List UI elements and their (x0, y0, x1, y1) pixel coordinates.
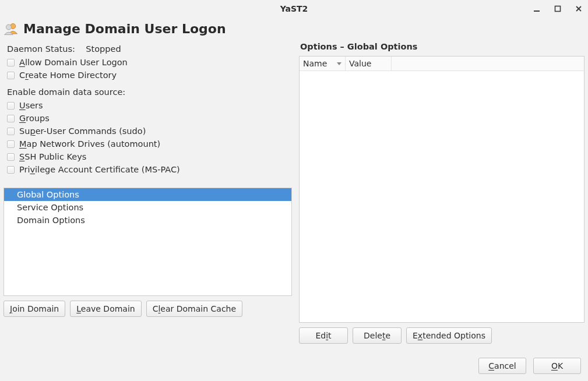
daemon-status: Daemon Status: Stopped (3, 42, 292, 56)
col-header-value[interactable]: Value (346, 57, 392, 70)
checkbox-create-home-input[interactable] (7, 72, 15, 79)
checkbox-sudo-label: Super-User Commands (sudo) (19, 126, 146, 136)
checkbox-allow-logon-input[interactable] (7, 59, 15, 66)
table-body (300, 71, 584, 322)
options-item-service[interactable]: Service Options (4, 201, 291, 214)
options-item-label: Global Options (17, 190, 79, 199)
checkbox-pac-input[interactable] (7, 166, 15, 174)
checkbox-create-home[interactable]: Create Home Directory (3, 69, 292, 82)
options-item-label: Domain Options (17, 216, 85, 225)
dialog-footer: Cancel OK (478, 358, 581, 374)
checkbox-groups-label: Groups (19, 114, 50, 123)
daemon-status-label: Daemon Status: (7, 44, 75, 54)
leave-domain-button[interactable]: Leave Domain (70, 301, 141, 317)
clear-cache-button[interactable]: Clear Domain Cache (146, 301, 242, 317)
checkbox-sudo-input[interactable] (7, 128, 15, 135)
right-panel: Options – Global Options Name Value Edit… (299, 42, 585, 344)
options-item-label: Service Options (17, 203, 83, 212)
checkbox-pac[interactable]: Privilege Account Certificate (MS-PAC) (3, 163, 292, 176)
svg-point-5 (6, 24, 11, 30)
checkbox-users[interactable]: Users (3, 99, 292, 112)
cancel-button[interactable]: Cancel (478, 358, 526, 374)
checkbox-allow-logon-label: Allow Domain User Logon (19, 58, 128, 67)
join-domain-button[interactable]: Join Domain (3, 301, 65, 317)
col-header-name-label: Name (303, 59, 327, 68)
daemon-status-value: Stopped (86, 44, 121, 54)
col-header-value-label: Value (349, 59, 371, 68)
titlebar: YaST2 (0, 0, 588, 17)
checkbox-pac-label: Privilege Account Certificate (MS-PAC) (19, 165, 180, 174)
chevron-down-icon (337, 62, 341, 65)
enable-source-label: Enable domain data source: (3, 82, 292, 99)
svg-rect-0 (534, 10, 540, 12)
checkbox-sudo[interactable]: Super-User Commands (sudo) (3, 125, 292, 137)
col-header-name[interactable]: Name (300, 57, 346, 70)
checkbox-groups[interactable]: Groups (3, 112, 292, 125)
options-caption: Options – Global Options (299, 42, 585, 56)
checkbox-users-input[interactable] (7, 102, 15, 110)
col-header-filler (392, 57, 584, 70)
window-title: YaST2 (280, 4, 308, 13)
checkbox-create-home-label: Create Home Directory (19, 70, 117, 80)
close-icon[interactable] (574, 4, 583, 13)
checkbox-allow-logon[interactable]: Allow Domain User Logon (3, 56, 292, 69)
delete-button[interactable]: Delete (353, 327, 402, 344)
edit-button[interactable]: Edit (299, 327, 348, 344)
checkbox-ssh[interactable]: SSH Public Keys (3, 150, 292, 163)
svg-rect-1 (555, 6, 561, 12)
page-title: Manage Domain User Logon (23, 22, 226, 36)
options-table[interactable]: Name Value (299, 56, 585, 323)
checkbox-users-label: Users (19, 101, 43, 110)
checkbox-mapnet-input[interactable] (7, 140, 15, 148)
checkbox-mapnet[interactable]: Map Network Drives (automount) (3, 137, 292, 150)
checkbox-ssh-input[interactable] (7, 153, 15, 161)
checkbox-groups-input[interactable] (7, 115, 15, 122)
users-icon (3, 21, 19, 36)
maximize-icon[interactable] (553, 4, 562, 13)
window-controls (532, 0, 583, 17)
checkbox-ssh-label: SSH Public Keys (19, 152, 86, 161)
options-item-global[interactable]: Global Options (4, 188, 291, 201)
extended-options-button[interactable]: Extended Options (406, 327, 492, 344)
table-header: Name Value (300, 57, 584, 71)
options-list[interactable]: Global Options Service Options Domain Op… (3, 188, 292, 296)
left-panel: Daemon Status: Stopped Allow Domain User… (3, 42, 292, 344)
minimize-icon[interactable] (532, 4, 541, 13)
ok-button[interactable]: OK (533, 358, 581, 374)
checkbox-mapnet-label: Map Network Drives (automount) (19, 139, 160, 149)
options-item-domain[interactable]: Domain Options (4, 214, 291, 227)
page-header: Manage Domain User Logon (0, 17, 588, 42)
